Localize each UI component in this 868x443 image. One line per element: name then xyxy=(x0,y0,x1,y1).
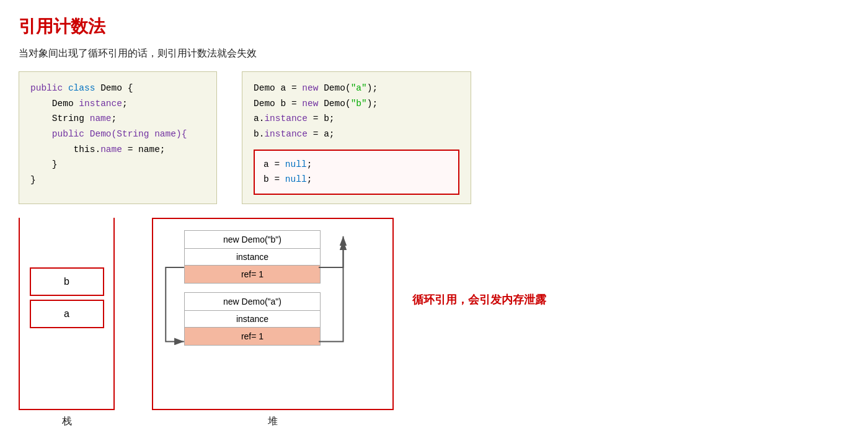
highlighted-line-2: b = null; xyxy=(264,172,450,187)
heap-diagram: new Demo("b") instance ref= 1 new Demo("… xyxy=(152,218,394,428)
code-box-right-wrapper: Demo a = new Demo("a"); Demo b = new Dem… xyxy=(242,71,471,204)
stack-cell-a: a xyxy=(30,300,104,328)
code-line-2: Demo instance; xyxy=(30,96,205,112)
subtitle: 当对象间出现了循环引用的话，则引用计数法就会失效 xyxy=(19,47,849,60)
rcode-line-2: Demo b = new Demo("b"); xyxy=(254,96,459,112)
keyword-class: class xyxy=(68,83,100,93)
right-section: new Demo("b") instance ref= 1 new Demo("… xyxy=(152,218,546,428)
field-name: name xyxy=(90,114,112,123)
stack-label: 栈 xyxy=(62,415,72,428)
code-box-right: Demo a = new Demo("a"); Demo b = new Dem… xyxy=(242,71,471,204)
circular-ref-note: 循环引用，会引发内存泄露 xyxy=(412,292,546,307)
code-indent2: this. xyxy=(30,145,100,154)
code-indent xyxy=(30,129,52,139)
classname: Demo { xyxy=(100,83,133,93)
code-line-6: } xyxy=(30,157,205,172)
page-title: 引用计数法 xyxy=(19,15,849,38)
heap-object-b: new Demo("b") instance ref= 1 xyxy=(184,230,321,284)
code-highlighted-block: a = null; b = null; xyxy=(254,150,459,195)
field-instance: instance xyxy=(79,99,122,109)
stack-diagram: b a 栈 xyxy=(19,218,115,428)
highlighted-line-1: a = null; xyxy=(264,157,450,172)
heap-obj-b-title: new Demo("b") xyxy=(185,231,320,249)
stack-container: b a xyxy=(19,218,115,410)
heap-obj-a-ref: ref= 1 xyxy=(185,328,320,345)
heap-object-a: new Demo("a") instance ref= 1 xyxy=(184,292,321,346)
heap-obj-b-ref: ref= 1 xyxy=(185,266,320,283)
stack-cell-b: b xyxy=(30,267,104,296)
heap-obj-b-instance: instance xyxy=(185,249,320,266)
bottom-section: b a 栈 xyxy=(19,218,849,428)
stack-cell-a-label: a xyxy=(64,308,69,320)
code-line-7: } xyxy=(30,172,205,188)
code-indent: String xyxy=(30,114,90,123)
rcode-line-1: Demo a = new Demo("a"); xyxy=(254,81,459,96)
this-name: name xyxy=(100,145,122,154)
heap-obj-a-instance: instance xyxy=(185,311,320,328)
heap-label: 堆 xyxy=(268,415,278,428)
stack-cell-b-label: b xyxy=(64,276,69,287)
heap-container: new Demo("b") instance ref= 1 new Demo("… xyxy=(152,218,394,410)
rcode-line-3: a.instance = b; xyxy=(254,111,459,127)
code-line-3: String name; xyxy=(30,111,205,127)
code-line-1: public class Demo { xyxy=(30,81,205,96)
heap-obj-a-title: new Demo("a") xyxy=(185,293,320,311)
keyword-public2: public xyxy=(52,129,90,139)
code-indent: Demo xyxy=(30,99,79,109)
rcode-line-4: b.instance = a; xyxy=(254,127,459,142)
method-demo: Demo(String name){ xyxy=(90,129,187,139)
code-line-4: public Demo(String name){ xyxy=(30,127,205,142)
keyword-public: public xyxy=(30,83,68,93)
top-section: public class Demo { Demo instance; Strin… xyxy=(19,71,849,204)
code-line-5: this.name = name; xyxy=(30,142,205,158)
code-box-left: public class Demo { Demo instance; Strin… xyxy=(19,71,217,204)
